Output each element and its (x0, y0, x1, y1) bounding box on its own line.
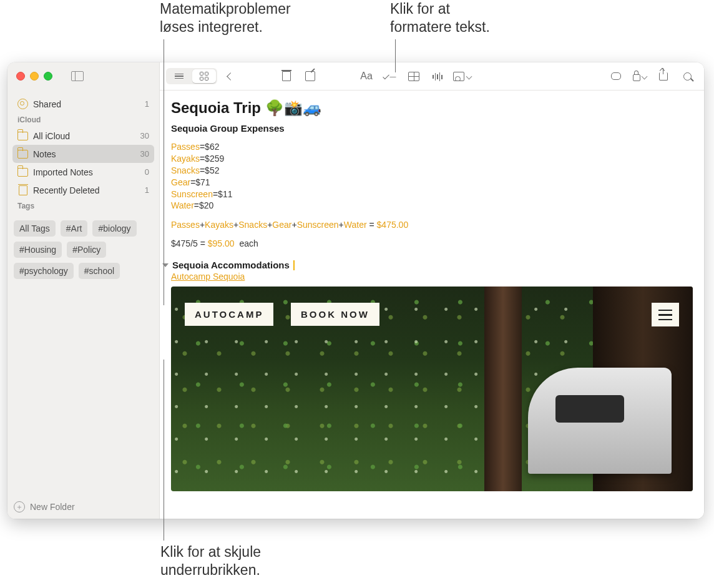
sidebar-item-all-icloud[interactable]: All iCloud 30 (12, 127, 154, 145)
shared-icon (17, 99, 28, 109)
sidebar-item-count: 1 (145, 99, 149, 109)
checklist-icon (383, 73, 389, 80)
compose-button[interactable] (300, 68, 321, 84)
new-folder-label: New Folder (30, 502, 75, 512)
wave-icon (432, 71, 443, 81)
rv-illustration (528, 368, 672, 474)
chevron-down-icon (466, 73, 472, 79)
expense-sum: Passes+Kayaks+Snacks+Gear+Sunscreen+Wate… (171, 220, 693, 230)
trash-icon (17, 185, 28, 195)
per-person-line: $475/5 = $95.00 each (171, 238, 693, 248)
sidebar-item-shared[interactable]: Shared 1 (12, 95, 154, 113)
tag-pill[interactable]: #biology (92, 220, 136, 237)
tag-pill[interactable]: #school (79, 263, 120, 279)
sidebar-item-count: 30 (140, 131, 149, 140)
delete-note-button[interactable] (276, 68, 297, 84)
sidebar-item-count: 30 (140, 149, 149, 159)
link-button[interactable] (605, 68, 627, 84)
sidebar-item-label: Imported Notes (33, 167, 140, 177)
note-title: Sequoia Trip 🌳📸🚙 (171, 99, 693, 117)
attachment-label-booknow: BOOK NOW (291, 303, 379, 326)
sidebar-item-count: 0 (145, 167, 149, 177)
sidebar-item-count: 1 (145, 185, 149, 195)
toggle-sidebar-icon[interactable] (71, 71, 84, 81)
expense-line: Gear=$71 (171, 177, 693, 189)
grid-icon (200, 72, 208, 81)
media-button[interactable] (451, 68, 474, 84)
sidebar-section-tags: Tags (12, 199, 154, 213)
chevron-down-icon (642, 73, 648, 79)
minimize-button[interactable] (30, 72, 39, 81)
tag-pill[interactable]: All Tags (14, 220, 56, 237)
autocamp-link[interactable]: Autocamp Sequoia (171, 272, 245, 282)
expense-line: Water=$20 (171, 200, 693, 212)
sidebar-item-label: Recently Deleted (33, 185, 140, 195)
expense-line: Snacks=$52 (171, 165, 693, 177)
search-button[interactable] (677, 68, 698, 84)
expense-list: Passes=$62Kayaks=$259Snacks=$52Gear=$71S… (171, 141, 693, 212)
list-icon (175, 72, 183, 81)
attachment-label-autocamp: AUTOCAMP (185, 303, 273, 326)
folder-icon (17, 167, 28, 177)
sidebar: Shared 1 iCloud All iCloud 30 Notes 30 (7, 62, 160, 519)
zoom-button[interactable] (44, 72, 52, 81)
text-cursor (293, 260, 295, 270)
titlebar (7, 62, 84, 90)
view-switcher (166, 68, 217, 84)
audio-wave-button[interactable] (427, 68, 448, 84)
tag-pill[interactable]: #Housing (14, 242, 62, 258)
leader-line (395, 39, 396, 72)
back-button[interactable] (220, 68, 241, 84)
note-content[interactable]: Sequoia Trip 🌳📸🚙 Sequoia Group Expenses … (160, 91, 704, 519)
tag-pill[interactable]: #psychology (14, 263, 74, 279)
checklist-button[interactable]: — (379, 68, 401, 84)
sidebar-item-label: Notes (33, 149, 135, 159)
leader-line (164, 39, 164, 305)
compose-icon (305, 71, 315, 81)
sidebar-item-label: Shared (33, 99, 140, 109)
expense-line: Sunscreen=$11 (171, 189, 693, 200)
tag-container: All Tags#Art#biology#Housing#Policy#psyc… (7, 217, 159, 283)
callout-math: Matematikproblemer løses integreret. (160, 0, 291, 36)
sidebar-section-icloud: iCloud (12, 113, 154, 127)
folder-icon (17, 131, 28, 140)
sidebar-item-label: All iCloud (33, 131, 135, 141)
sidebar-item-notes[interactable]: Notes 30 (12, 145, 154, 163)
photo-icon (453, 72, 464, 81)
table-button[interactable] (403, 68, 424, 84)
close-button[interactable] (16, 72, 25, 81)
gallery-view-button[interactable] (192, 69, 216, 83)
hamburger-icon (652, 303, 679, 326)
tag-pill[interactable]: #Art (61, 220, 88, 237)
note-subtitle: Sequoia Group Expenses (171, 123, 693, 134)
search-icon (683, 72, 692, 81)
link-icon (611, 72, 621, 80)
tag-pill[interactable]: #Policy (67, 242, 106, 258)
section-heading[interactable]: Sequoia Accommodations (160, 260, 693, 270)
main-pane: Aa — Sequoia Trip 🌳📸🚙 Sequoia Group Expe… (160, 62, 704, 519)
new-folder-button[interactable]: ＋ New Folder (14, 501, 75, 512)
trash-icon (282, 71, 291, 81)
table-icon (408, 72, 419, 81)
section-heading-label: Sequoia Accommodations (172, 260, 290, 270)
expense-line: Passes=$62 (171, 141, 693, 153)
sidebar-item-imported[interactable]: Imported Notes 0 (12, 163, 154, 181)
expense-line: Kayaks=$259 (171, 153, 693, 165)
lock-icon (633, 74, 640, 81)
leader-line (164, 360, 164, 541)
notes-window: Shared 1 iCloud All iCloud 30 Notes 30 (7, 62, 704, 519)
chevron-left-icon (227, 72, 235, 81)
callout-collapse: Klik for at skjule underrubrikken. (160, 543, 261, 579)
attachment-image[interactable]: AUTOCAMP BOOK NOW (171, 287, 693, 491)
share-icon (659, 72, 668, 81)
callout-format: Klik for at formatere tekst. (390, 0, 490, 36)
list-view-button[interactable] (167, 69, 191, 83)
tree-trunk (484, 287, 522, 491)
share-button[interactable] (653, 68, 674, 84)
plus-icon: ＋ (14, 501, 25, 512)
folder-icon (17, 149, 28, 159)
toolbar: Aa — (160, 62, 704, 91)
lock-button[interactable] (629, 68, 650, 84)
sidebar-item-recently-deleted[interactable]: Recently Deleted 1 (12, 181, 154, 199)
format-button[interactable]: Aa (356, 68, 377, 84)
